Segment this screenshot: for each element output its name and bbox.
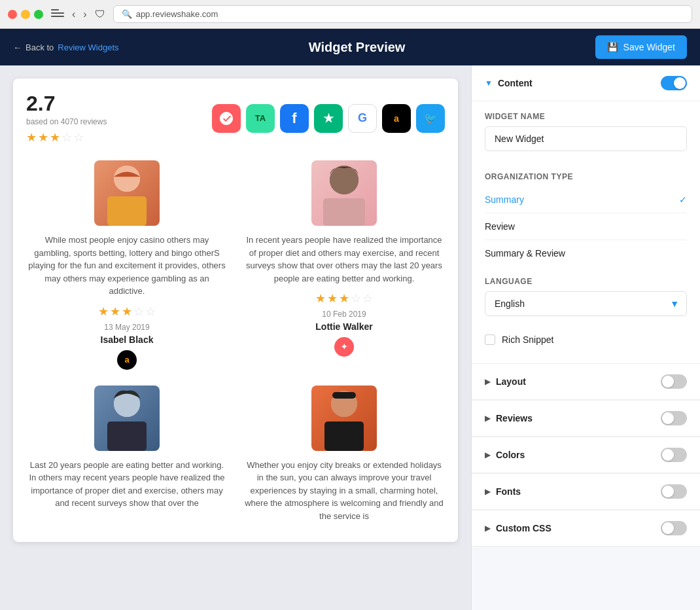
big-rating: 2.7 — [26, 92, 107, 116]
amazon-source-icon[interactable]: a — [382, 104, 411, 133]
minimize-button[interactable] — [21, 10, 30, 19]
star-3: ★ — [50, 130, 60, 145]
back-arrow-icon: ← — [13, 43, 22, 52]
rich-snippet-checkbox[interactable] — [485, 334, 495, 345]
svg-point-5 — [330, 166, 359, 194]
tripadvisor-source-icon[interactable]: TA — [246, 104, 275, 133]
reviews-section-title: Reviews — [496, 413, 533, 423]
reviewer-source-2: ✦ — [334, 337, 354, 357]
star-4: ☆ — [61, 130, 72, 145]
custom-css-toggle-knob — [662, 522, 674, 534]
fonts-toggle[interactable] — [661, 484, 687, 499]
language-group: Language English French Spanish German ▼ — [485, 266, 687, 316]
trustpilot-source-icon[interactable]: ★ — [314, 104, 343, 133]
back-link-text: Review Widgets — [58, 43, 118, 52]
rating-block: 2.7 based on 4070 reviews ★ ★ ★ ☆ ☆ — [26, 92, 107, 145]
back-label-text: Back to — [26, 43, 54, 52]
back-nav-button[interactable]: ‹ — [72, 9, 75, 20]
org-option-summary-review[interactable]: Summary & Review — [485, 240, 687, 266]
org-option-summary[interactable]: Summary ✓ — [485, 187, 687, 213]
star-rating: ★ ★ ★ ☆ ☆ — [26, 130, 107, 145]
layout-section-header[interactable]: ▶ Layout — [472, 364, 700, 400]
fonts-section-header[interactable]: ▶ Fonts — [472, 474, 700, 510]
maximize-button[interactable] — [34, 10, 43, 19]
reviewer-photo-4 — [311, 386, 377, 451]
review-stars-1: ★ ★ ★ ☆ ☆ — [26, 304, 228, 319]
review-text-3: Last 20 years people are eating better a… — [26, 459, 228, 510]
content-section-header[interactable]: ▼ Content — [472, 65, 700, 101]
main-layout: 2.7 based on 4070 reviews ★ ★ ★ ☆ ☆ TA — [0, 65, 700, 610]
address-bar[interactable]: 🔍 app.reviewshake.com — [113, 5, 692, 23]
search-icon: 🔍 — [122, 9, 132, 19]
custom-css-section-header[interactable]: ▶ Custom CSS — [472, 511, 700, 547]
reviews-grid: While most people enjoy casino others ma… — [26, 160, 445, 529]
app-header: ← Back to Review Widgets Widget Preview … — [0, 29, 700, 65]
layout-toggle[interactable] — [661, 374, 687, 389]
svg-rect-12 — [332, 392, 356, 399]
review-date-2: 10 Feb 2019 — [243, 310, 445, 319]
review-text-1: While most people enjoy casino others ma… — [26, 234, 228, 298]
org-option-summary-review-label: Summary & Review — [485, 248, 565, 259]
custom-css-section-title: Custom CSS — [496, 523, 551, 533]
based-on-text: based on 4070 reviews — [26, 117, 107, 126]
facebook-source-icon[interactable]: f — [280, 104, 309, 133]
star-1: ★ — [26, 130, 37, 145]
fonts-section-title: Fonts — [496, 486, 521, 497]
layout-section-title: Layout — [496, 376, 526, 387]
rich-snippet-row: Rich Snippet — [485, 327, 687, 353]
widget-name-input[interactable] — [485, 126, 687, 151]
page-title: Widget Preview — [309, 40, 406, 55]
twitter-source-icon[interactable]: 🐦 — [416, 104, 445, 133]
rich-snippet-label: Rich Snippet — [502, 334, 553, 345]
fonts-toggle-knob — [662, 486, 674, 497]
star-5: ☆ — [73, 130, 84, 145]
content-toggle-knob — [674, 77, 686, 89]
content-section-title: Content — [498, 78, 533, 88]
custom-css-section: ▶ Custom CSS — [472, 510, 700, 547]
summary-section: 2.7 based on 4070 reviews ★ ★ ★ ☆ ☆ TA — [26, 92, 445, 145]
fonts-chevron-icon: ▶ — [485, 487, 491, 496]
colors-section-header[interactable]: ▶ Colors — [472, 437, 700, 473]
language-label: Language — [485, 277, 687, 286]
widget-name-group: Widget Name — [485, 101, 687, 151]
org-option-review[interactable]: Review — [485, 213, 687, 240]
review-date-1: 13 May 2019 — [26, 323, 228, 332]
close-button[interactable] — [8, 10, 17, 19]
colors-section-title: Colors — [496, 450, 525, 460]
airbnb-source-icon[interactable] — [212, 104, 241, 133]
svg-rect-10 — [324, 422, 364, 451]
reviews-section: ▶ Reviews — [472, 400, 700, 437]
language-select[interactable]: English French Spanish German — [485, 291, 687, 316]
reviewer-photo-3 — [94, 386, 160, 451]
colors-toggle[interactable] — [661, 448, 687, 462]
sidebar-toggle-icon[interactable] — [51, 9, 64, 20]
traffic-lights — [8, 10, 43, 19]
custom-css-toggle[interactable] — [661, 521, 687, 535]
review-item-1: While most people enjoy casino others ma… — [26, 160, 228, 370]
widget-card: 2.7 based on 4070 reviews ★ ★ ★ ☆ ☆ TA — [13, 79, 458, 542]
content-toggle[interactable] — [661, 76, 687, 90]
preview-pane: 2.7 based on 4070 reviews ★ ★ ★ ☆ ☆ TA — [0, 65, 471, 610]
reviews-section-header[interactable]: ▶ Reviews — [472, 401, 700, 437]
save-button-label: Save Widget — [623, 42, 675, 52]
reviewer-name-1: Isabel Black — [26, 334, 228, 345]
layout-section: ▶ Layout — [472, 363, 700, 400]
save-widget-button[interactable]: 💾 Save Widget — [595, 35, 687, 59]
browser-chrome: ‹ › 🛡 🔍 app.reviewshake.com — [0, 0, 700, 29]
org-type-group: Organization Type Summary ✓ Review Summa… — [485, 162, 687, 266]
language-select-wrapper: English French Spanish German ▼ — [485, 291, 687, 316]
shield-icon: 🛡 — [95, 9, 105, 20]
reviewer-photo-2 — [311, 160, 377, 226]
colors-chevron-icon: ▶ — [485, 450, 491, 459]
review-item-3: Last 20 years people are eating better a… — [26, 386, 228, 529]
google-source-icon[interactable]: G — [348, 104, 377, 133]
reviewer-photo-1 — [94, 160, 160, 226]
back-link[interactable]: ← Back to Review Widgets — [13, 43, 119, 52]
svg-rect-4 — [323, 198, 365, 226]
forward-nav-button[interactable]: › — [83, 9, 86, 20]
custom-css-chevron-icon: ▶ — [485, 524, 491, 533]
svg-point-2 — [114, 166, 140, 192]
org-type-label: Organization Type — [485, 162, 687, 187]
reviews-toggle[interactable] — [661, 411, 687, 425]
layout-toggle-knob — [662, 376, 674, 387]
